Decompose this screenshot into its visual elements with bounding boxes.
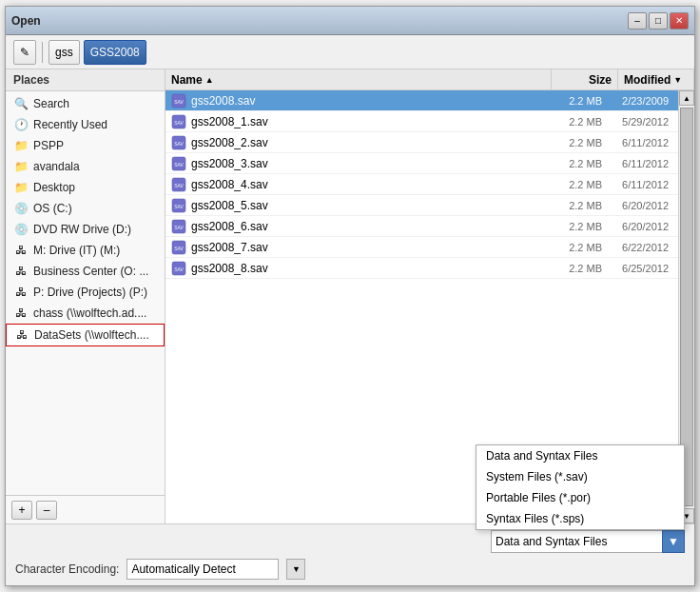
file-list-header: Name ▲ Size Modified ▼ (165, 69, 694, 90)
places-item-os-c[interactable]: 💿 OS (C:) (6, 198, 165, 219)
places-item-m-drive[interactable]: 🖧 M: Drive (IT) (M:) (6, 240, 165, 261)
file-date: 6/11/2012 (602, 158, 672, 169)
svg-text:SAV: SAV (174, 204, 184, 209)
window-title: Open (11, 14, 41, 28)
file-date: 6/11/2012 (602, 137, 672, 148)
file-row[interactable]: SAVgss2008.sav2.2 MB2/23/2009 (165, 90, 678, 111)
file-row[interactable]: SAVgss2008_1.sav2.2 MB5/29/2012 (165, 111, 678, 132)
svg-text:SAV: SAV (174, 120, 184, 126)
file-type-option-3[interactable]: Portable Files (*.por) (476, 487, 684, 508)
minimize-button[interactable]: – (628, 12, 647, 30)
file-size: 2.2 MB (541, 221, 602, 232)
col-header-size[interactable]: Size (552, 69, 618, 89)
title-bar: Open – □ ✕ (6, 7, 694, 35)
file-row[interactable]: SAVgss2008_6.sav2.2 MB6/20/2012 (165, 216, 678, 237)
maximize-button[interactable]: □ (649, 12, 668, 30)
file-name: gss2008_7.sav (191, 241, 541, 254)
file-size: 2.2 MB (541, 95, 602, 107)
file-type-option-2[interactable]: System Files (*.sav) (476, 466, 684, 487)
places-label-business: Business Center (O: ... (33, 265, 148, 278)
file-row[interactable]: SAVgss2008_2.sav2.2 MB6/11/2012 (165, 132, 678, 153)
network-chass-icon: 🖧 (13, 306, 29, 321)
places-label-m-drive: M: Drive (IT) (M:) (33, 244, 120, 257)
file-type-dropdown-button[interactable]: ▼ (662, 530, 685, 553)
file-date: 6/20/2012 (602, 200, 672, 211)
sav-file-icon: SAV (171, 219, 186, 234)
places-item-p-drive[interactable]: 🖧 P: Drive (Projects) (P:) (6, 282, 165, 303)
char-encoding-dropdown-button[interactable]: ▼ (286, 559, 305, 580)
file-size: 2.2 MB (541, 116, 602, 128)
edit-button[interactable]: ✎ (13, 40, 36, 65)
places-header: Places (6, 69, 165, 91)
sav-file-icon: SAV (171, 135, 186, 150)
file-size: 2.2 MB (541, 200, 602, 211)
col-header-modified[interactable]: Modified ▼ (618, 69, 694, 89)
bottom-bar: ▼ Data and Syntax Files System Files (*.… (6, 523, 694, 585)
places-item-recently-used[interactable]: 🕐 Recently Used (6, 114, 165, 135)
char-encoding-input[interactable] (126, 559, 279, 580)
sort-asc-icon: ▲ (205, 75, 214, 85)
file-name: gss2008_3.sav (191, 157, 541, 170)
remove-place-button[interactable]: – (36, 501, 57, 520)
places-item-desktop[interactable]: 📁 Desktop (6, 177, 165, 198)
places-item-search[interactable]: 🔍 Search (6, 93, 165, 114)
scrollbar-up-button[interactable]: ▲ (679, 90, 694, 106)
file-row[interactable]: SAVgss2008_4.sav2.2 MB6/11/2012 (165, 174, 678, 195)
char-encoding-row: Character Encoding: ▼ (15, 559, 685, 580)
svg-text:SAV: SAV (174, 246, 184, 251)
sav-file-icon: SAV (171, 177, 186, 192)
drive-c-icon: 💿 (13, 201, 29, 216)
dvd-drive-icon: 💿 (13, 222, 29, 237)
file-date: 2/23/2009 (602, 95, 672, 107)
svg-text:SAV: SAV (174, 99, 184, 105)
file-date: 6/22/2012 (602, 242, 672, 253)
sav-file-icon: SAV (171, 261, 186, 276)
toolbar: ✎ gss GSS2008 (6, 35, 694, 69)
file-date: 6/11/2012 (602, 179, 672, 190)
places-item-pspp[interactable]: 📁 PSPP (6, 135, 165, 156)
file-row[interactable]: SAVgss2008_5.sav2.2 MB6/20/2012 (165, 195, 678, 216)
folder-icon: 📁 (13, 159, 29, 174)
col-size-label: Size (589, 73, 612, 87)
sav-file-icon: SAV (171, 240, 186, 255)
file-name: gss2008_6.sav (191, 220, 541, 233)
file-name: gss2008.sav (191, 94, 541, 108)
places-panel: Places 🔍 Search 🕐 Recently Used 📁 PSPP 📁… (6, 69, 165, 523)
file-name: gss2008_4.sav (191, 178, 541, 191)
places-item-chass[interactable]: 🖧 chass (\\wolftech.ad.... (6, 303, 165, 324)
places-item-dvd-d[interactable]: 💿 DVD RW Drive (D:) (6, 219, 165, 240)
svg-text:SAV: SAV (174, 225, 184, 230)
close-button[interactable]: ✕ (670, 12, 689, 30)
file-type-dropdown-menu: Data and Syntax Files System Files (*.sa… (476, 444, 685, 530)
places-label-desktop: Desktop (33, 181, 75, 194)
network-datasets-icon: 🖧 (14, 327, 29, 343)
add-place-button[interactable]: + (11, 501, 32, 520)
sav-file-icon: SAV (171, 114, 186, 129)
col-name-label: Name (171, 73, 203, 87)
places-item-datasets[interactable]: 🖧 DataSets (\\wolftech.... (6, 324, 165, 346)
places-label-p-drive: P: Drive (Projects) (P:) (33, 286, 147, 299)
network-drive-m-icon: 🖧 (13, 243, 29, 258)
search-icon: 🔍 (13, 96, 29, 111)
places-label-chass: chass (\\wolftech.ad.... (33, 306, 146, 320)
places-list: 🔍 Search 🕐 Recently Used 📁 PSPP 📁 avanda… (6, 91, 165, 495)
file-type-option-4[interactable]: Syntax Files (*.sps) (476, 508, 684, 529)
sav-file-icon: SAV (171, 198, 186, 213)
file-type-option-1[interactable]: Data and Syntax Files (476, 445, 684, 466)
col-header-name[interactable]: Name ▲ (165, 69, 552, 89)
recently-used-icon: 🕐 (13, 117, 29, 132)
file-type-input[interactable] (491, 530, 662, 553)
places-label-recently-used: Recently Used (33, 118, 107, 131)
open-dialog: Open – □ ✕ ✎ gss GSS2008 Places 🔍 Search (5, 6, 695, 586)
breadcrumb-current[interactable]: GSS2008 (84, 40, 146, 65)
places-item-avandala[interactable]: 📁 avandala (6, 156, 165, 177)
folder-icon: 📁 (13, 138, 29, 153)
file-size: 2.2 MB (541, 242, 602, 253)
breadcrumb-parent[interactable]: gss (49, 40, 80, 65)
file-size: 2.2 MB (541, 263, 602, 274)
file-row[interactable]: SAVgss2008_7.sav2.2 MB6/22/2012 (165, 237, 678, 258)
file-row[interactable]: SAVgss2008_3.sav2.2 MB6/11/2012 (165, 153, 678, 174)
places-item-business[interactable]: 🖧 Business Center (O: ... (6, 261, 165, 282)
file-row[interactable]: SAVgss2008_8.sav2.2 MB6/25/2012 (165, 258, 678, 279)
places-label-avandala: avandala (33, 160, 80, 173)
